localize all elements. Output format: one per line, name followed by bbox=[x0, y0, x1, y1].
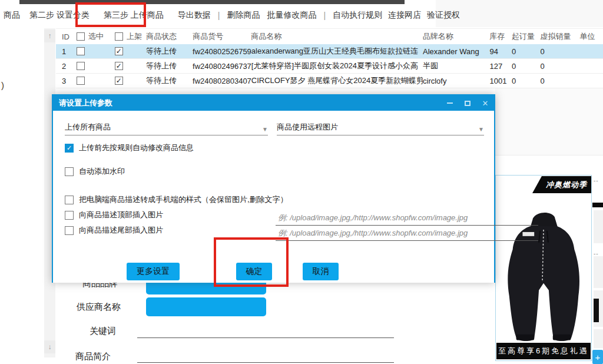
checkbox-row-mobile-style: ✓ 把电脑端商品描述转成手机端的样式（会保留图片,删除文字） bbox=[65, 194, 288, 205]
header-listed-label[interactable]: 上架 bbox=[127, 31, 142, 42]
auto-modify-label: 上传前先按规则自动修改商品信息 bbox=[79, 143, 194, 153]
checkbox-row-watermark: ✓ 自动添加水印 bbox=[65, 166, 125, 177]
list-all-checkbox[interactable]: ✓ bbox=[115, 32, 123, 41]
row-select-checkbox[interactable]: ✓ bbox=[77, 77, 85, 85]
watermark-label: 自动添加水印 bbox=[79, 166, 125, 177]
checkbox-row-insert-bottom-image: ✓ 向商品描述尾部插入图片 例: /upload/image.jpg,/http… bbox=[65, 225, 168, 236]
product-table: ID ✓ 选中 ✓ 上架 商品状态 商品货号 商品名称 品牌名称 库存 起订量 … bbox=[56, 28, 603, 88]
toolbar-item-verify-auth[interactable]: 验证授权 bbox=[427, 10, 460, 21]
row-listed-checkbox[interactable]: ✓ bbox=[115, 62, 123, 70]
cell-sku: fw240802803407 bbox=[193, 77, 251, 85]
cell-sku: fw240802526759 bbox=[193, 47, 251, 56]
toolbar-item-delete-products[interactable]: 删除商品 bbox=[227, 10, 260, 21]
select-all-checkbox[interactable]: ✓ bbox=[77, 32, 85, 41]
header-virtual-sales[interactable]: 虚拟销量 bbox=[540, 31, 579, 42]
chevron-down-icon: ▼ bbox=[262, 126, 268, 133]
header-id[interactable]: ID bbox=[56, 32, 77, 41]
close-icon: ✕ bbox=[482, 99, 489, 108]
table-row[interactable]: 1 ✓ ✓ 等待上传 fw240802526759 alexanderwang亚… bbox=[56, 44, 603, 59]
cell-status: 等待上传 bbox=[146, 46, 193, 57]
window-controls: ✕ bbox=[441, 95, 494, 111]
toolbar: 商品 第二步 设置分类 第三步 上传商品 导出数据 | 删除商品 批量修改商品 … bbox=[0, 4, 436, 27]
cell-min-order: 0 bbox=[512, 77, 540, 85]
cell-brand: circlofy bbox=[423, 77, 490, 85]
upload-params-dialog: 请设置上传参数 ✕ 上传所有商品 ▼ 商品使用远程图片 ▼ ✓ 上传前先按规则自… bbox=[52, 94, 495, 283]
promo-bar-text: 至高尊享6期免息礼遇 bbox=[498, 346, 589, 356]
header-name[interactable]: 商品名称 bbox=[251, 31, 423, 42]
image-mode-dropdown[interactable]: 商品使用远程图片 ▼ bbox=[277, 121, 484, 135]
rail-thumbnail[interactable] bbox=[594, 329, 603, 348]
form-label-keywords: 关键词 bbox=[90, 326, 116, 337]
toolbar-item-products[interactable]: 商品 bbox=[4, 10, 20, 21]
insert-bottom-image-label: 向商品描述尾部插入图片 bbox=[79, 225, 163, 236]
cancel-button[interactable]: 取消 bbox=[303, 263, 339, 280]
maximize-icon bbox=[465, 101, 471, 106]
cell-name: [尤莱特穿搭]半圆原创女装2024夏季设计感小众高 bbox=[251, 61, 423, 71]
thumbnail-rail: -- -- + bbox=[592, 175, 603, 364]
toolbar-item-batch-edit[interactable]: 批量修改商品 bbox=[267, 10, 316, 21]
header-unit[interactable]: 单位 bbox=[579, 31, 603, 42]
rail-dash: -- bbox=[594, 177, 599, 184]
header-brand[interactable]: 品牌名称 bbox=[423, 31, 490, 42]
dialog-title: 请设置上传参数 bbox=[59, 98, 112, 108]
cell-name: alexanderwang亚历山大王经典毛圈布短款拉链连 bbox=[251, 46, 423, 57]
keywords-input[interactable] bbox=[137, 326, 394, 338]
upload-scope-dropdown[interactable]: 上传所有商品 ▼ bbox=[65, 121, 268, 135]
intro-input[interactable] bbox=[137, 351, 394, 363]
form-label-intro: 商品简介 bbox=[75, 351, 111, 362]
header-selected-label[interactable]: 选中 bbox=[88, 31, 104, 42]
scroll-down-icon[interactable]: ↓ bbox=[44, 340, 55, 353]
cell-brand: 半圆 bbox=[423, 61, 490, 71]
top-image-url-input[interactable]: 例: /upload/image.jpg,/http://www.shopfw.… bbox=[276, 213, 538, 226]
mobile-style-checkbox[interactable]: ✓ bbox=[65, 196, 74, 204]
row-listed-checkbox[interactable]: ✓ bbox=[115, 77, 123, 85]
right-background-panel bbox=[495, 88, 603, 155]
upload-scope-value: 上传所有商品 bbox=[65, 122, 111, 133]
header-sku[interactable]: 商品货号 bbox=[193, 31, 251, 42]
cell-stock: 127 bbox=[490, 62, 512, 71]
dialog-titlebar[interactable]: 请设置上传参数 ✕ bbox=[53, 95, 494, 111]
rail-thumbnail[interactable] bbox=[592, 203, 603, 207]
more-settings-button[interactable]: 更多设置 bbox=[127, 263, 180, 280]
cell-name: CIRCLOFY瑟夕 燕尾蝶背心女2024夏季新款蝴蝶剪 bbox=[251, 75, 423, 86]
row-listed-checkbox[interactable]: ✓ bbox=[115, 47, 123, 55]
header-min-order[interactable]: 起订量 bbox=[512, 31, 540, 42]
rail-thumbnail[interactable] bbox=[594, 290, 603, 327]
header-selected: ✓ 选中 bbox=[77, 31, 115, 42]
table-row[interactable]: 3 ✓ ✓ 等待上传 fw240802803407 CIRCLOFY瑟夕 燕尾蝶… bbox=[56, 74, 603, 88]
watermark-checkbox[interactable]: ✓ bbox=[65, 167, 74, 176]
insert-bottom-image-checkbox[interactable]: ✓ bbox=[65, 226, 74, 235]
form-label-supplier: 供应商名称 bbox=[77, 302, 121, 313]
scroll-up-icon[interactable]: ↑ bbox=[44, 29, 55, 42]
checkbox-row-insert-top-image: ✓ 向商品描述顶部插入图片 例: /upload/image.jpg,/http… bbox=[65, 210, 168, 220]
cell-id: 3 bbox=[56, 77, 77, 85]
add-image-button[interactable]: + bbox=[592, 350, 603, 364]
close-button[interactable]: ✕ bbox=[476, 95, 494, 111]
row-select-checkbox[interactable]: ✓ bbox=[77, 62, 85, 70]
supplier-field-button[interactable] bbox=[146, 297, 266, 316]
toolbar-item-export-data[interactable]: 导出数据 bbox=[178, 10, 211, 21]
rail-thumbnail[interactable] bbox=[594, 256, 603, 288]
maximize-button[interactable] bbox=[459, 95, 476, 111]
insert-top-image-checkbox[interactable]: ✓ bbox=[65, 211, 74, 220]
cell-min-order: 0 bbox=[512, 62, 540, 71]
minimize-button[interactable] bbox=[441, 95, 459, 111]
cell-min-order: 0 bbox=[512, 47, 540, 56]
toolbar-item-connect-shop[interactable]: 连接网店 bbox=[388, 10, 421, 21]
toolbar-item-auto-rules[interactable]: 自动执行规则 bbox=[333, 10, 382, 21]
product-preview-panel: 冲奥燃动季 至高尊享6期免息礼遇 bbox=[495, 175, 592, 361]
toolbar-separator: | bbox=[218, 11, 220, 20]
toolbar-item-step2-set-category[interactable]: 第二步 设置分类 bbox=[29, 10, 90, 21]
toolbar-item-step3-upload[interactable]: 第三步 上传商品 bbox=[104, 10, 164, 21]
promo-banner: 冲奥燃动季 bbox=[532, 176, 591, 193]
cell-id: 1 bbox=[56, 47, 77, 56]
auto-modify-checkbox[interactable]: ✓ bbox=[65, 144, 74, 153]
header-status[interactable]: 商品状态 bbox=[146, 31, 193, 42]
ok-button[interactable]: 确定 bbox=[236, 263, 272, 280]
insert-top-image-label: 向商品描述顶部插入图片 bbox=[79, 210, 163, 220]
header-stock[interactable]: 库存 bbox=[489, 31, 512, 42]
bottom-image-url-input[interactable]: 例: /upload/image.jpg,/http://www.shopfw.… bbox=[276, 228, 538, 241]
rail-thumbnail[interactable] bbox=[594, 210, 603, 243]
row-select-checkbox[interactable]: ✓ bbox=[77, 47, 85, 55]
table-row[interactable]: 2 ✓ ✓ 等待上传 fw240802496737 [尤莱特穿搭]半圆原创女装2… bbox=[56, 59, 603, 74]
